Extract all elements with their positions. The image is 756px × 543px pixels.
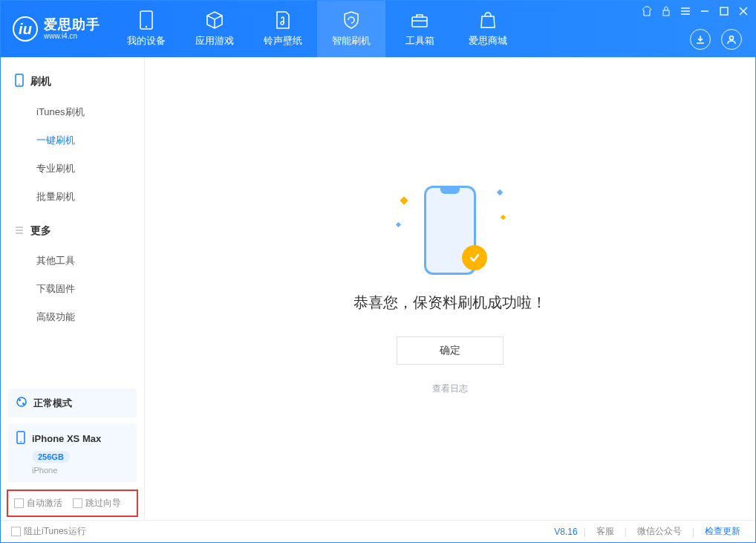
sidebar-item-other-tools[interactable]: 其他工具 xyxy=(1,247,144,275)
mode-card[interactable]: 正常模式 xyxy=(8,388,137,417)
view-log-link[interactable]: 查看日志 xyxy=(432,383,468,395)
checkbox-skip-guide[interactable]: 跳过向导 xyxy=(73,497,121,510)
svg-rect-6 xyxy=(720,7,728,15)
sidebar: 刷机 iTunes刷机 一键刷机 专业刷机 批量刷机 更多 其他工具 下载固件 … xyxy=(1,57,145,520)
nav-apps-games[interactable]: 应用游戏 xyxy=(180,1,249,57)
checkbox-icon xyxy=(14,498,24,508)
sidebar-item-oneclick-flash[interactable]: 一键刷机 xyxy=(1,126,144,155)
svg-point-2 xyxy=(281,22,284,25)
footer-link-wechat[interactable]: 微信公众号 xyxy=(633,525,686,538)
checkbox-block-itunes[interactable]: 阻止iTunes运行 xyxy=(11,525,86,538)
device-icon xyxy=(16,431,26,446)
nav-label: 工具箱 xyxy=(405,34,434,48)
sparkle-icon xyxy=(396,221,401,227)
main-content: 恭喜您，保资料刷机成功啦！ 确定 查看日志 xyxy=(145,57,755,520)
sidebar-item-pro-flash[interactable]: 专业刷机 xyxy=(1,155,144,183)
logo: iu 爱思助手 www.i4.cn xyxy=(1,1,112,57)
section-title: 更多 xyxy=(30,224,51,238)
sparkle-icon xyxy=(400,196,408,204)
mode-label: 正常模式 xyxy=(33,397,72,410)
svg-point-1 xyxy=(146,26,147,27)
section-title: 刷机 xyxy=(30,75,51,88)
sidebar-list-more: 其他工具 下载固件 高级功能 xyxy=(1,244,144,339)
nav-label: 我的设备 xyxy=(127,34,166,48)
lock-icon[interactable] xyxy=(660,5,672,17)
svg-point-9 xyxy=(17,397,26,406)
sparkle-icon xyxy=(501,214,506,219)
maximize-button[interactable] xyxy=(718,5,730,17)
sparkle-icon xyxy=(497,189,503,195)
main-nav: 我的设备 应用游戏 铃声壁纸 智能刷机 工具箱 爱思商城 xyxy=(112,1,522,57)
svg-rect-5 xyxy=(663,10,669,16)
nav-my-device[interactable]: 我的设备 xyxy=(112,1,180,57)
highlighted-options: 自动激活 跳过向导 xyxy=(7,490,138,517)
nav-label: 爱思商城 xyxy=(469,34,507,48)
header: iu 爱思助手 www.i4.cn 我的设备 应用游戏 铃声壁纸 智能刷机 xyxy=(1,1,755,57)
checkbox-icon xyxy=(73,498,82,508)
svg-rect-3 xyxy=(412,17,427,27)
user-button[interactable] xyxy=(721,29,742,50)
storage-pill: 256GB xyxy=(32,451,70,463)
sidebar-item-batch-flash[interactable]: 批量刷机 xyxy=(1,183,144,211)
device-icon xyxy=(137,10,156,30)
footer-right: V8.16 | 客服 | 微信公众号 | 检查更新 xyxy=(554,525,745,538)
body: 刷机 iTunes刷机 一键刷机 专业刷机 批量刷机 更多 其他工具 下载固件 … xyxy=(1,57,755,520)
toolbox-icon xyxy=(410,10,429,30)
device-cards: 正常模式 iPhone XS Max 256GB iPhone xyxy=(1,384,144,488)
bag-icon xyxy=(478,10,498,30)
footer: 阻止iTunes运行 V8.16 | 客服 | 微信公众号 | 检查更新 xyxy=(1,520,755,542)
device-card[interactable]: iPhone XS Max 256GB iPhone xyxy=(8,423,137,482)
checkbox-icon xyxy=(11,527,21,536)
phone-icon xyxy=(14,74,25,89)
list-icon xyxy=(14,225,25,238)
nav-toolbox[interactable]: 工具箱 xyxy=(385,1,454,57)
nav-ringtone-wallpaper[interactable]: 铃声壁纸 xyxy=(249,1,317,57)
sidebar-section-more: 更多 xyxy=(1,218,144,244)
close-button[interactable] xyxy=(737,5,749,17)
svg-point-4 xyxy=(730,36,734,40)
minimize-button[interactable] xyxy=(699,5,711,17)
logo-subtitle: www.i4.cn xyxy=(44,32,100,40)
footer-link-support[interactable]: 客服 xyxy=(592,525,619,538)
nav-label: 智能刷机 xyxy=(332,34,371,48)
nav-smart-flash[interactable]: 智能刷机 xyxy=(317,1,385,57)
nav-store[interactable]: 爱思商城 xyxy=(454,1,522,57)
music-file-icon xyxy=(273,10,293,30)
svg-point-10 xyxy=(19,399,21,401)
svg-point-8 xyxy=(19,84,20,85)
menu-icon[interactable] xyxy=(680,5,691,17)
logo-title: 爱思助手 xyxy=(44,18,100,33)
sidebar-item-itunes-flash[interactable]: iTunes刷机 xyxy=(1,98,144,126)
svg-point-11 xyxy=(22,403,25,405)
cube-icon xyxy=(205,10,224,30)
success-illustration xyxy=(391,183,509,279)
version-label: V8.16 xyxy=(554,527,577,537)
nav-label: 应用游戏 xyxy=(195,34,234,48)
success-message: 恭喜您，保资料刷机成功啦！ xyxy=(353,293,547,313)
device-type: iPhone xyxy=(32,466,129,475)
logo-text: 爱思助手 www.i4.cn xyxy=(44,18,100,41)
tshirt-icon[interactable] xyxy=(641,5,653,17)
footer-link-update[interactable]: 检查更新 xyxy=(700,525,745,538)
checkbox-auto-activate[interactable]: 自动激活 xyxy=(14,497,62,510)
svg-point-13 xyxy=(20,441,22,443)
check-badge-icon xyxy=(462,245,487,270)
sidebar-item-download-firmware[interactable]: 下载固件 xyxy=(1,275,144,303)
mode-icon xyxy=(16,396,27,410)
sidebar-list-flash: iTunes刷机 一键刷机 专业刷机 批量刷机 xyxy=(1,95,144,218)
sidebar-item-advanced[interactable]: 高级功能 xyxy=(1,303,144,331)
sidebar-section-flash: 刷机 xyxy=(1,68,144,95)
download-button[interactable] xyxy=(690,29,711,50)
app-window: iu 爱思助手 www.i4.cn 我的设备 应用游戏 铃声壁纸 智能刷机 xyxy=(0,0,756,543)
nav-label: 铃声壁纸 xyxy=(264,34,302,48)
ok-button[interactable]: 确定 xyxy=(397,336,504,365)
logo-icon: iu xyxy=(13,16,38,42)
shield-sync-icon xyxy=(342,10,361,30)
titlebar-controls xyxy=(641,5,749,17)
device-name: iPhone XS Max xyxy=(32,433,101,444)
